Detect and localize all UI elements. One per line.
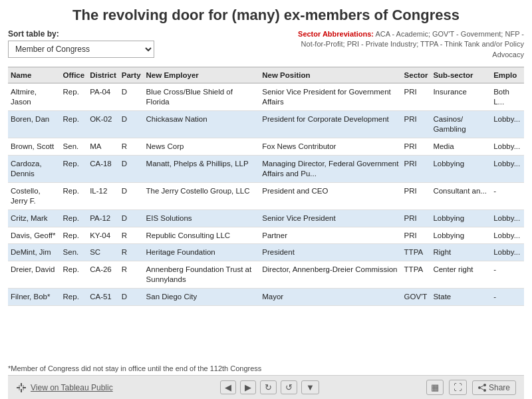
share-button[interactable]: Share [472,380,516,395]
cell-employer: The Jerry Costello Group, LLC [144,182,260,209]
cell-employ: - [491,289,524,306]
cell-position: President [259,244,401,261]
forward-button[interactable]: ↺ [281,380,297,394]
cell-subsector: State [430,289,491,306]
col-party: Party [119,67,144,83]
table-wrapper: Name Office District Party New Employer … [8,66,524,360]
cell-name: Dreier, David [8,261,61,289]
cell-sector: PRI [402,182,431,209]
cell-office: Rep. [61,83,88,110]
cell-position: Partner [259,227,401,244]
cell-district: CA-26 [87,261,119,289]
cell-sector: PRI [402,155,431,182]
cell-employ: - [491,261,524,289]
cell-district: PA-04 [87,83,119,110]
cell-office: Sen. [61,138,88,155]
refresh-button[interactable]: ↻ [260,380,277,394]
share-label: Share [489,383,510,392]
redo-button[interactable]: ▶ [240,380,256,394]
cell-position: Director, Annenberg-Dreier Commission [259,261,401,289]
svg-line-12 [481,388,483,389]
svg-point-9 [478,386,481,389]
cell-district: IL-12 [87,182,119,209]
cell-name: Filner, Bob* [8,289,61,306]
cell-subsector: Insurance [430,83,491,110]
cell-subsector: Lobbying [430,227,491,244]
cell-district: CA-18 [87,155,119,182]
table-header: Name Office District Party New Employer … [8,67,524,83]
tableau-icon [16,382,27,393]
cell-position: Senior Vice President for Government Aff… [259,83,401,110]
col-district: District [87,67,119,83]
svg-rect-7 [23,388,24,390]
cell-employ: Lobby... [491,227,524,244]
sort-label: Sort table by: [8,29,154,39]
fullscreen-button[interactable]: ⛶ [449,380,467,395]
cell-employer: Heritage Foundation [144,244,260,261]
cell-employ: Both L... [491,83,524,110]
cell-subsector: Center right [430,261,491,289]
share-icon [478,384,486,392]
tableau-link[interactable]: View on Tableau Public [31,383,113,392]
table-row: Dreier, DavidRep.CA-26RAnnenberg Foundat… [8,261,524,289]
cell-employ: Lobby... [491,155,524,182]
table-row: Costello, Jerry F.Rep.IL-12DThe Jerry Co… [8,182,524,209]
sort-select[interactable]: Member of Congress Office District Party… [8,41,154,58]
cell-office: Rep. [61,182,88,209]
dropdown-button[interactable]: ▼ [301,380,319,394]
cell-sector: PRI [402,111,431,138]
layout-button[interactable]: ▦ [426,380,444,395]
svg-rect-4 [19,385,20,387]
main-container: The revolving door for (many) ex-members… [0,0,532,399]
cell-office: Rep. [61,209,88,227]
table-row: Davis, Geoff*Rep.KY-04RRepublic Consulti… [8,227,524,244]
table-body: Altmire, JasonRep.PA-04DBlue Cross/Blue … [8,83,524,306]
cell-party: D [119,209,144,227]
table-row: Brown, ScottSen.MARNews CorpFox News Con… [8,138,524,155]
cell-position: Managing Director, Federal Government Af… [259,155,401,182]
cell-district: MA [87,138,119,155]
cell-party: R [119,227,144,244]
main-table: Name Office District Party New Employer … [8,66,524,306]
col-employer: New Employer [144,67,260,83]
cell-name: Boren, Dan [8,111,61,138]
svg-rect-2 [17,387,20,388]
cell-office: Sen. [61,244,88,261]
bottom-left: View on Tableau Public [16,382,113,393]
cell-name: Davis, Geoff* [8,227,61,244]
cell-name: Altmire, Jason [8,83,61,110]
cell-name: Critz, Mark [8,209,61,227]
cell-sector: PRI [402,138,431,155]
cell-subsector: Consultant an... [430,182,491,209]
table-row: DeMint, JimSen.SCRHeritage FoundationPre… [8,244,524,261]
cell-sector: TTPA [402,244,431,261]
cell-name: Costello, Jerry F. [8,182,61,209]
controls-row: Sort table by: Member of Congress Office… [8,29,524,60]
cell-employ: Lobby... [491,111,524,138]
cell-employ: - [491,182,524,209]
cell-office: Rep. [61,289,88,306]
cell-party: R [119,244,144,261]
cell-sector: TTPA [402,261,431,289]
abbreviations-label: Sector Abbreviations: [298,30,374,38]
cell-position: Fox News Contributor [259,138,401,155]
cell-employ: Lobby... [491,138,524,155]
cell-employer: Chickasaw Nation [144,111,260,138]
bottom-right: ▦ ⛶ Share [426,380,516,395]
cell-district: PA-12 [87,209,119,227]
cell-employer: Blue Cross/Blue Shield of Florida [144,83,260,110]
svg-rect-5 [23,385,24,387]
cell-sector: PRI [402,209,431,227]
col-sector: Sector [402,67,431,83]
col-position: New Position [259,67,401,83]
cell-subsector: Right [430,244,491,261]
cell-name: Brown, Scott [8,138,61,155]
page-title: The revolving door for (many) ex-members… [8,7,524,24]
cell-party: R [119,261,144,289]
cell-sector: PRI [402,227,431,244]
sort-section: Sort table by: Member of Congress Office… [8,29,154,58]
undo-button[interactable]: ◀ [220,380,236,394]
svg-rect-0 [21,383,22,386]
cell-office: Rep. [61,155,88,182]
col-name: Name [8,67,61,83]
